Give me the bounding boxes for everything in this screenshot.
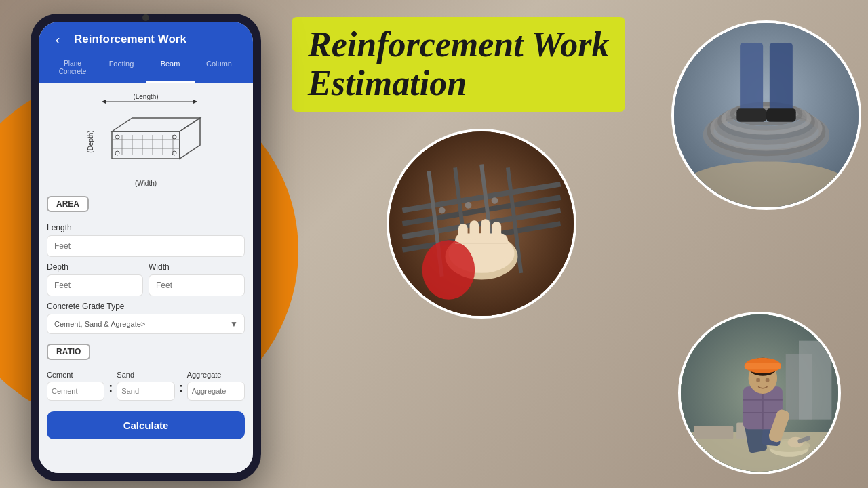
back-button[interactable]: ‹ — [48, 30, 67, 49]
rebar-image-content — [389, 131, 574, 316]
cement-label: Cement — [47, 371, 104, 379]
svg-text:(Width): (Width) — [135, 180, 157, 187]
worker-svg — [681, 312, 838, 474]
app-title: Reinforcement Work — [74, 33, 186, 46]
sand-label: Sand — [117, 371, 174, 379]
svg-text:(Length): (Length) — [133, 93, 158, 100]
worker-circle-image — [678, 312, 841, 474]
area-badge: AREA — [47, 196, 89, 212]
grade-select-wrapper[interactable]: Cement, Sand & Agregate> ▼ — [47, 314, 245, 334]
depth-col: Depth — [47, 257, 143, 296]
svg-rect-38 — [492, 222, 502, 240]
app-header: ‹ Reinforcement Work PlaneConcrete Footi… — [39, 22, 253, 83]
aggregate-col: Aggregate — [187, 371, 245, 401]
phone-notch — [125, 14, 166, 22]
phone-screen: ‹ Reinforcement Work PlaneConcrete Footi… — [39, 22, 253, 473]
rebar-circle-image — [387, 129, 576, 319]
ratio-inputs-row: Cement : Sand : Aggregate — [47, 371, 245, 401]
svg-point-77 — [766, 378, 770, 382]
svg-rect-59 — [799, 341, 831, 420]
sand-col: Sand — [117, 371, 174, 401]
phone-camera — [142, 14, 149, 21]
calculate-button[interactable]: Calculate — [47, 411, 245, 439]
aggregate-input[interactable] — [187, 382, 245, 401]
length-input[interactable] — [47, 235, 245, 257]
svg-rect-55 — [766, 108, 796, 121]
title-banner: Reinforcement Work Estimation — [292, 17, 625, 112]
svg-text:(Depth): (Depth) — [87, 130, 94, 152]
svg-rect-54 — [736, 108, 766, 121]
title-line1: Reinforcement Work Estimation — [308, 25, 609, 102]
tab-bar: PlaneConcrete Footing Beam Column — [48, 56, 243, 83]
sand-input[interactable] — [117, 382, 174, 401]
wire-svg — [674, 20, 859, 210]
phone-shell: ‹ Reinforcement Work PlaneConcrete Footi… — [31, 14, 261, 481]
depth-input[interactable] — [47, 274, 143, 296]
worker-image-content — [681, 314, 838, 472]
svg-marker-5 — [112, 118, 200, 131]
width-label: Width — [149, 262, 245, 272]
colon-separator-2: : — [179, 381, 183, 401]
beam-diagram-svg: (Length) (Depth) (Width) — [78, 91, 214, 189]
svg-point-76 — [756, 378, 760, 382]
svg-point-15 — [115, 135, 119, 139]
area-section: AREA Length Depth Width Concrete G — [47, 196, 245, 334]
tab-beam[interactable]: Beam — [146, 56, 195, 83]
svg-point-29 — [439, 207, 446, 214]
cement-col: Cement — [47, 371, 104, 401]
cement-input[interactable] — [47, 382, 104, 401]
wire-circle-image — [671, 20, 861, 210]
grade-select[interactable]: Cement, Sand & Agregate> — [47, 314, 245, 334]
rebar-svg — [389, 129, 574, 319]
aggregate-label: Aggregate — [187, 371, 245, 379]
svg-rect-37 — [481, 219, 490, 240]
svg-point-39 — [422, 240, 475, 299]
colon-separator-1: : — [108, 381, 113, 401]
depth-label: Depth — [47, 262, 143, 272]
width-col: Width — [149, 257, 245, 296]
svg-point-30 — [465, 202, 472, 209]
grade-label: Concrete Grade Type — [47, 302, 245, 311]
phone-mockup: ‹ Reinforcement Work PlaneConcrete Footi… — [31, 14, 261, 481]
app-header-top: ‹ Reinforcement Work — [48, 30, 243, 49]
svg-rect-75 — [745, 363, 781, 370]
width-input[interactable] — [149, 274, 245, 296]
svg-point-17 — [115, 151, 119, 155]
beam-diagram: (Length) (Depth) (Width) — [47, 91, 245, 189]
right-content: Reinforcement Work Estimation — [285, 0, 868, 488]
svg-rect-53 — [770, 43, 793, 115]
svg-point-31 — [492, 197, 498, 204]
tab-plane-concrete[interactable]: PlaneConcrete — [48, 56, 97, 83]
svg-rect-36 — [470, 220, 479, 240]
app-content: (Length) (Depth) (Width) — [39, 83, 253, 473]
length-label: Length — [47, 223, 245, 232]
svg-rect-61 — [694, 426, 733, 439]
ratio-badge: RATIO — [47, 344, 90, 360]
depth-width-row: Depth Width — [47, 257, 245, 296]
wire-image-content — [674, 23, 859, 207]
tab-footing[interactable]: Footing — [97, 56, 146, 83]
svg-rect-35 — [458, 224, 468, 240]
ratio-section: RATIO Cement : Sand : Aggre — [47, 344, 245, 401]
svg-marker-6 — [180, 118, 200, 159]
svg-rect-52 — [740, 43, 763, 115]
tab-column[interactable]: Column — [195, 56, 243, 83]
